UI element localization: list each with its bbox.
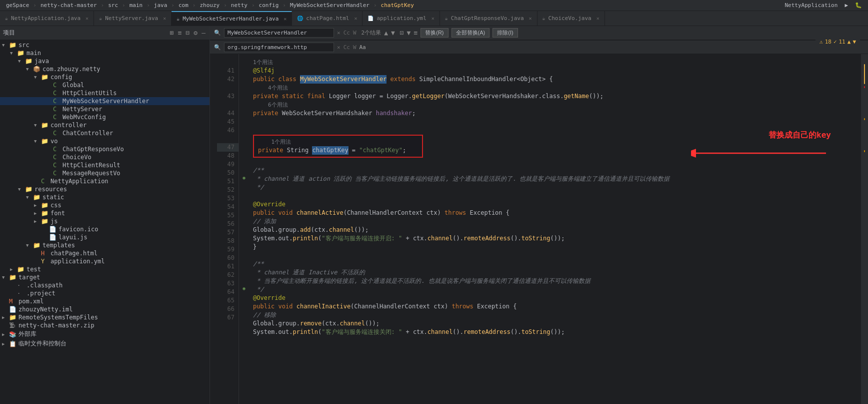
tree-item-nettyapp[interactable]: C NettyApplication	[0, 177, 210, 185]
code-line-60: /**	[253, 260, 861, 268]
tab-netty-server[interactable]: ☕ NettyServer.java ✕	[94, 11, 172, 26]
code-content[interactable]: 替换成自己的key 1个用法	[249, 54, 861, 404]
tab-chatgpt-resp-vo[interactable]: ☕ ChatGptResponseVo.java ✕	[440, 11, 538, 26]
tree-item-classpath[interactable]: · .classpath	[0, 281, 210, 289]
prev-match-icon[interactable]: ▲	[384, 29, 388, 37]
tree-item-java[interactable]: ▼ 📁 java	[0, 57, 210, 65]
close-icon[interactable]: ✕	[529, 16, 532, 21]
gutter-empty	[239, 63, 249, 71]
close-icon[interactable]: ✕	[596, 16, 600, 21]
tree-item-package[interactable]: ▼ 📦 com.zhouzy.netty	[0, 65, 210, 73]
close-icon[interactable]: ✕	[284, 16, 286, 22]
search-input-2[interactable]	[224, 43, 334, 52]
tree-item-global[interactable]: C Global	[0, 81, 210, 89]
clear-search2-icon[interactable]: ✕	[337, 44, 340, 51]
tree-item-favicon[interactable]: 📄 favicon.ico	[0, 225, 210, 233]
tab-chat-page[interactable]: 🌐 chatPage.html ✕	[292, 11, 362, 26]
path-java[interactable]: java	[152, 2, 170, 9]
code-line-50: * channel 通道 action 活跃的 当客户端主动链接服务端的链接后,…	[253, 175, 861, 183]
minimize-icon[interactable]: —	[200, 28, 206, 38]
close-icon[interactable]: ✕	[86, 16, 88, 21]
layout-icon[interactable]: ⊞	[169, 28, 175, 38]
close-icon[interactable]: ✕	[432, 16, 434, 21]
tree-item-chatcontroller[interactable]: C ChatController	[0, 129, 210, 137]
gutter-empty	[239, 301, 249, 309]
tree-item-mywshandler[interactable]: C MyWebSocketServerHandler	[0, 97, 210, 105]
path-main[interactable]: main	[128, 2, 145, 9]
replace-all-button[interactable]: 全部替换(A)	[452, 28, 490, 38]
close-icon[interactable]: ✕	[163, 16, 166, 21]
run-btn[interactable]: ▶	[842, 2, 850, 9]
tree-item-main[interactable]: ▼ 📁 main	[0, 49, 210, 57]
debug-btn[interactable]: 🐛	[853, 2, 864, 9]
case2-btn[interactable]: Cc	[344, 44, 350, 51]
tree-item-chatgptrespvo[interactable]: C ChatGptResponseVo	[0, 145, 210, 153]
tree-item-chatpage-html[interactable]: H chatPage.html	[0, 249, 210, 257]
tab-choice-vo[interactable]: ☕ ChoiceVo.java ✕	[538, 11, 605, 26]
tree-item-controller[interactable]: ▼ 📁 controller	[0, 121, 210, 129]
tree-item-iml[interactable]: 📄 zhouzyNetty.iml	[0, 305, 210, 313]
right-scrollbar[interactable]	[861, 54, 868, 404]
tab-my-ws-handler[interactable]: ☕ MyWebSocketServerHandler.java ✕	[172, 11, 292, 26]
word2-btn[interactable]: W	[353, 44, 356, 51]
tree-item-resources[interactable]: ▼ 📁 resources	[0, 185, 210, 193]
tree-item-messagerequestvo[interactable]: C MessageRequestVo	[0, 169, 210, 177]
tab-netty-app[interactable]: ☕ NettyApplication.java ✕	[0, 11, 94, 26]
clear-search-icon[interactable]: ✕	[337, 30, 340, 36]
tree-item-httpclientutils[interactable]: C HttpClientUtils	[0, 89, 210, 97]
aa-icon[interactable]: Aa	[360, 44, 366, 51]
gutter-icon-53[interactable]: ◉	[239, 173, 249, 182]
path-src[interactable]: src	[106, 2, 120, 9]
run-config[interactable]: NettyApplication	[782, 2, 840, 9]
tree-item-static[interactable]: ▼ 📁 static	[0, 193, 210, 201]
tree-item-font[interactable]: ▶ 📁 font	[0, 209, 210, 217]
tree-item-target[interactable]: ▼ 📁 target	[0, 273, 210, 281]
path-zhouzy[interactable]: zhouzy	[198, 2, 222, 9]
tree-item-webmvcconfig[interactable]: C WebMvcConfig	[0, 113, 210, 121]
close-icon[interactable]: ✕	[354, 16, 357, 21]
search-input-1[interactable]	[224, 28, 334, 38]
collapse-icon[interactable]: ⊟	[185, 28, 191, 38]
tab-application-yml[interactable]: 📄 application.yml ✕	[362, 11, 440, 26]
tree-item-templates[interactable]: ▼ 📁 templates	[0, 241, 210, 249]
collapse-arrow[interactable]: ▼	[852, 39, 856, 45]
tree-item-external-libs[interactable]: ▶ 📚 外部库	[0, 329, 210, 339]
tree-item-httpclientresult[interactable]: C HttpClientResult	[0, 161, 210, 169]
multiline-icon[interactable]: ⊡	[400, 29, 404, 37]
tree-item-application-yml[interactable]: Y application.yml	[0, 257, 210, 265]
tree-item-nettyserver[interactable]: C NettyServer	[0, 105, 210, 113]
tree-item-project[interactable]: · .project	[0, 289, 210, 297]
project-name[interactable]: geSpace	[4, 2, 31, 9]
path-netty[interactable]: netty	[229, 2, 250, 9]
case-btn[interactable]: Cc	[344, 30, 350, 36]
tree-item-src[interactable]: ▼ 📁 src	[0, 41, 210, 49]
settings-icon[interactable]: ⚙	[192, 28, 198, 38]
tree-item-config[interactable]: ▼ 📁 config	[0, 73, 210, 81]
tree-item-zip[interactable]: 🗜 netty-chat-master.zip	[0, 321, 210, 329]
gutter-icon-64[interactable]: ◉	[239, 284, 249, 292]
tree-item-remotesystems[interactable]: ▶ 📁 RemoteSystemsTempFiles	[0, 313, 210, 321]
tree-item-js[interactable]: ▶ 📁 js	[0, 217, 210, 225]
path-config[interactable]: config	[257, 2, 281, 9]
tree-item-scratch[interactable]: ▶ 📋 临时文件和控制台	[0, 339, 210, 348]
repo-name[interactable]: netty-chat-master	[38, 2, 99, 9]
options-icon[interactable]: ≡	[414, 29, 418, 37]
tree-item-choicevo[interactable]: C ChoiceVo	[0, 153, 210, 161]
tree-item-css[interactable]: ▶ 📁 css	[0, 201, 210, 209]
expand-arrow-icon: ▶	[34, 203, 41, 208]
code-line-64: @Override	[253, 294, 861, 302]
word-btn[interactable]: W	[353, 30, 356, 36]
next-match-icon[interactable]: ▼	[391, 29, 395, 37]
expand-arrow[interactable]: ▲	[848, 39, 851, 45]
tree-item-pom[interactable]: M pom.xml	[0, 297, 210, 305]
tree-item-test[interactable]: ▶ 📁 test	[0, 265, 210, 273]
replace-button[interactable]: 替换(R)	[420, 28, 448, 38]
zip-icon: 🗜	[9, 322, 17, 329]
tab-label: ChatGptResponseVo.java	[451, 15, 524, 22]
path-com[interactable]: com	[176, 2, 190, 9]
expand-icon[interactable]: ≡	[177, 28, 183, 38]
tree-item-vo[interactable]: ▼ 📁 vo	[0, 137, 210, 145]
tree-item-layui[interactable]: 📄 layui.js	[0, 233, 210, 241]
filter-icon[interactable]: ▼	[407, 29, 411, 37]
exclude-button[interactable]: 排除(I)	[492, 28, 518, 38]
